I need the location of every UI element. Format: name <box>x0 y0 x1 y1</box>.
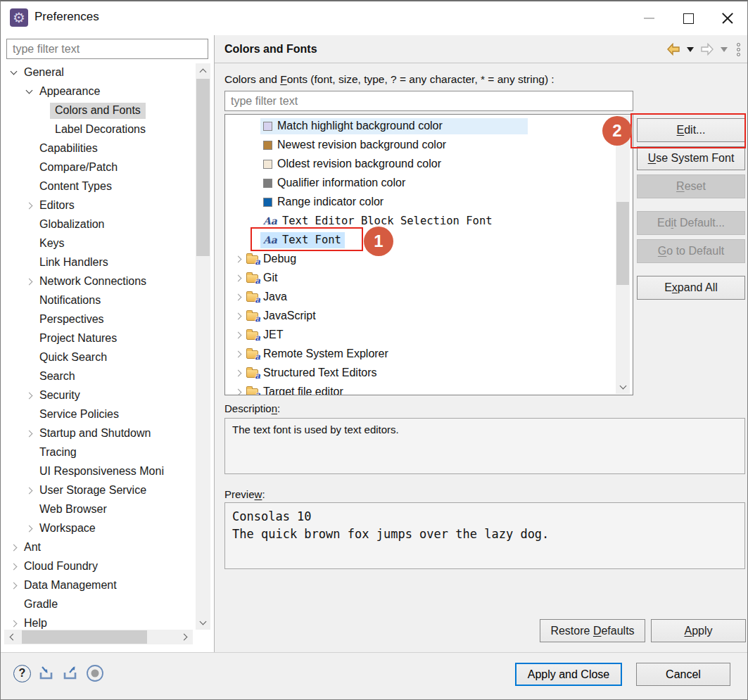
view-menu-icon[interactable] <box>734 43 740 56</box>
list-item-text-editor-block-selection-font[interactable]: AaText Editor Block Selection Font <box>225 212 633 231</box>
expand-all-button[interactable]: Expand All <box>637 276 745 300</box>
forward-arrow-icon[interactable] <box>700 43 714 56</box>
list-item-range-indicator-color[interactable]: Range indicator color <box>225 193 633 212</box>
minimize-button[interactable] <box>629 1 668 35</box>
list-item-javascript[interactable]: JavaScript <box>225 307 633 326</box>
tree-item-user-storage-service[interactable]: User Storage Service <box>1 481 196 500</box>
chevron-expanded-icon[interactable] <box>9 68 19 78</box>
chevron-collapsed-icon[interactable] <box>25 429 34 439</box>
tree-item-notifications[interactable]: Notifications <box>1 291 196 310</box>
list-item-match-highlight-background-color[interactable]: Match highlight background color <box>225 117 633 136</box>
forward-history-dropdown-icon[interactable] <box>721 47 728 52</box>
chevron-collapsed-icon[interactable] <box>25 277 34 287</box>
maximize-button[interactable] <box>668 1 708 35</box>
tree-item-content-types[interactable]: Content Types <box>1 177 196 196</box>
chevron-collapsed-icon[interactable] <box>9 562 19 572</box>
preference-recorder-icon[interactable] <box>86 664 104 682</box>
chevron-collapsed-icon[interactable] <box>234 388 243 396</box>
fonts-filter-input[interactable] <box>224 91 633 111</box>
tree-filter-input[interactable] <box>6 39 208 59</box>
apply-and-close-button[interactable]: Apply and Close <box>515 663 622 686</box>
tree-item-compare-patch[interactable]: Compare/Patch <box>1 158 196 177</box>
tree-item-colors-and-fonts[interactable]: Colors and Fonts <box>1 101 196 120</box>
tree-item-cloud-foundry[interactable]: Cloud Foundry <box>1 557 196 576</box>
tree-hscroll-thumb[interactable] <box>22 630 147 644</box>
go-to-default-button[interactable]: Go to Default <box>637 239 745 263</box>
cancel-button[interactable]: Cancel <box>636 663 730 686</box>
close-button[interactable] <box>708 1 747 35</box>
scroll-down-icon[interactable] <box>200 620 205 625</box>
list-item-java[interactable]: Java <box>225 288 633 307</box>
tree-item-label-decorations[interactable]: Label Decorations <box>1 120 196 139</box>
chevron-collapsed-icon[interactable] <box>25 486 34 496</box>
tree-item-tracing[interactable]: Tracing <box>1 443 196 462</box>
chevron-collapsed-icon[interactable] <box>234 312 243 322</box>
tree-item-quick-search[interactable]: Quick Search <box>1 348 196 367</box>
tree-item-general[interactable]: General <box>1 63 196 82</box>
scroll-up-icon[interactable] <box>200 68 205 73</box>
chevron-collapsed-icon[interactable] <box>25 391 34 401</box>
chevron-collapsed-icon[interactable] <box>234 350 243 359</box>
tree-item-security[interactable]: Security <box>1 386 196 405</box>
chevron-collapsed-icon[interactable] <box>234 255 243 265</box>
list-item-git[interactable]: Git <box>225 269 633 288</box>
tree-item-perspectives[interactable]: Perspectives <box>1 310 196 329</box>
edit-default-button[interactable]: Edit Default... <box>637 211 745 235</box>
tree-item-editors[interactable]: Editors <box>1 196 196 215</box>
list-item-remote-system-explorer[interactable]: Remote System Explorer <box>225 345 633 364</box>
scroll-left-icon[interactable] <box>8 634 14 639</box>
use-system-font-button[interactable]: Use System Font <box>637 146 745 170</box>
help-icon[interactable]: ? <box>13 665 31 682</box>
list-item-oldest-revision-background-color[interactable]: Oldest revision background color <box>225 155 633 174</box>
list-item-structured-text-editors[interactable]: Structured Text Editors <box>225 364 633 383</box>
tree-item-capabilities[interactable]: Capabilities <box>1 139 196 158</box>
tree-item-workspace[interactable]: Workspace <box>1 519 196 538</box>
edit-button[interactable]: Edit... <box>637 118 745 142</box>
import-preferences-icon[interactable] <box>38 666 55 681</box>
tree-item-appearance[interactable]: Appearance <box>1 82 196 101</box>
chevron-collapsed-icon[interactable] <box>234 274 243 284</box>
tree-item-project-natures[interactable]: Project Natures <box>1 329 196 348</box>
export-preferences-icon[interactable] <box>62 666 79 681</box>
restore-defaults-button[interactable]: Restore Defaults <box>540 619 645 642</box>
list-item-qualifier-information-color[interactable]: Qualifier information color <box>225 174 633 193</box>
reset-button[interactable]: Reset <box>637 174 745 198</box>
scroll-right-icon[interactable] <box>182 634 188 639</box>
chevron-collapsed-icon[interactable] <box>9 543 19 553</box>
tree-item-ant[interactable]: Ant <box>1 538 196 557</box>
list-vertical-scrollbar[interactable] <box>616 115 630 394</box>
list-item-newest-revision-background-color[interactable]: Newest revision background color <box>225 136 633 155</box>
tree-item-gradle[interactable]: Gradle <box>1 595 196 614</box>
list-vscroll-thumb[interactable] <box>616 202 629 285</box>
tree-item-search[interactable]: Search <box>1 367 196 386</box>
scroll-down-icon[interactable] <box>620 384 626 390</box>
apply-button[interactable]: Apply <box>651 619 746 642</box>
list-item-text-font[interactable]: AaText Font <box>225 231 633 250</box>
list-item-debug[interactable]: Debug <box>225 250 633 269</box>
list-item-target-file-editor[interactable]: Target file editor <box>225 383 633 395</box>
tree-item-keys[interactable]: Keys <box>1 234 196 253</box>
tree-item-link-handlers[interactable]: Link Handlers <box>1 253 196 272</box>
tree-item-ui-responsiveness-moni[interactable]: UI Responsiveness Moni <box>1 462 196 481</box>
tree-horizontal-scrollbar[interactable] <box>4 630 193 644</box>
tree-item-network-connections[interactable]: Network Connections <box>1 272 196 291</box>
tree-item-service-policies[interactable]: Service Policies <box>1 405 196 424</box>
back-arrow-icon[interactable] <box>666 43 680 56</box>
tree-item-help[interactable]: Help <box>1 614 196 630</box>
chevron-collapsed-icon[interactable] <box>9 581 19 591</box>
tree-item-startup-and-shutdown[interactable]: Startup and Shutdown <box>1 424 196 443</box>
chevron-collapsed-icon[interactable] <box>234 369 243 378</box>
back-history-dropdown-icon[interactable] <box>687 47 694 52</box>
chevron-collapsed-icon[interactable] <box>9 619 19 629</box>
tree-item-web-browser[interactable]: Web Browser <box>1 500 196 519</box>
list-item-jet[interactable]: JET <box>225 326 633 345</box>
tree-vertical-scrollbar[interactable] <box>196 63 210 630</box>
chevron-expanded-icon[interactable] <box>25 87 34 97</box>
tree-item-globalization[interactable]: Globalization <box>1 215 196 234</box>
chevron-collapsed-icon[interactable] <box>234 293 243 303</box>
chevron-collapsed-icon[interactable] <box>25 524 34 534</box>
chevron-collapsed-icon[interactable] <box>234 331 243 341</box>
tree-item-data-management[interactable]: Data Management <box>1 576 196 595</box>
chevron-collapsed-icon[interactable] <box>25 201 34 211</box>
tree-vscroll-thumb[interactable] <box>196 79 210 256</box>
